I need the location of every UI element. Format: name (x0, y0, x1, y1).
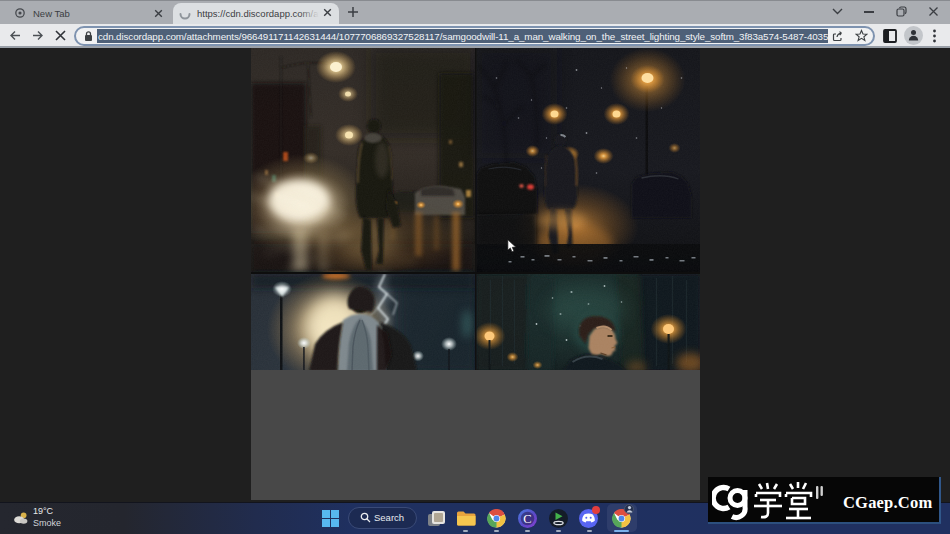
svg-text:C: C (523, 512, 531, 526)
